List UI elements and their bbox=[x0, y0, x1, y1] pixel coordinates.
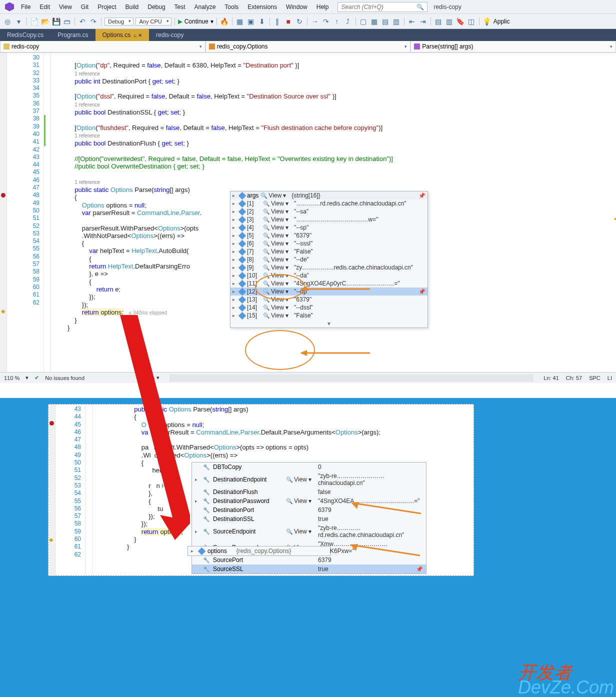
live-share-icon[interactable]: 💡 bbox=[482, 17, 492, 26]
datatip-row[interactable]: ▸[3]🔍View ▾"………………………………w=" bbox=[230, 216, 428, 224]
restart-icon[interactable]: ↻ bbox=[295, 17, 304, 26]
member-row[interactable]: ▸🔧DestinationPassword🔍View ▾"4SngXO4EA……… bbox=[192, 496, 426, 506]
view-button[interactable]: 🔍View ▾ bbox=[263, 264, 292, 271]
datatip-row[interactable]: ▸[10]🔍View ▾"--da" bbox=[230, 272, 428, 280]
menu-edit[interactable]: Edit bbox=[36, 2, 54, 12]
menu-help[interactable]: Help bbox=[312, 2, 333, 12]
continue-button[interactable]: ▶Continue ▾ bbox=[178, 18, 214, 25]
tb-icon-d[interactable]: ▥ bbox=[392, 17, 401, 26]
view-button[interactable]: 🔍View ▾ bbox=[263, 208, 292, 215]
member-row[interactable]: 🔧DestinationSSLtrue bbox=[192, 514, 426, 524]
close-icon[interactable]: ⌂ ✕ bbox=[134, 32, 142, 38]
view-button[interactable]: 🔍View ▾ bbox=[263, 240, 292, 247]
datatip-row[interactable]: ▸[1]🔍View ▾"…………rd.redis.cache.chinaclou… bbox=[230, 200, 428, 208]
view-button[interactable]: 🔍View ▾ bbox=[263, 224, 292, 231]
tab-options-cs[interactable]: Options.cs⌂ ✕ bbox=[96, 29, 150, 41]
view-button[interactable]: 🔍View ▾ bbox=[263, 304, 292, 311]
view-button[interactable]: 🔍View ▾ bbox=[286, 498, 315, 504]
undo-icon[interactable]: ↶ bbox=[78, 17, 87, 26]
h-scrollbar[interactable] bbox=[170, 374, 534, 382]
view-button[interactable]: 🔍View ▾ bbox=[263, 272, 292, 279]
fold-margin[interactable] bbox=[44, 53, 51, 383]
tab-redis-copy[interactable]: redis-copy bbox=[149, 29, 190, 41]
datatip-row[interactable]: ▸[14]🔍View ▾"--dssl" bbox=[230, 304, 428, 312]
breakpoint-margin[interactable]: ◆ bbox=[0, 53, 7, 383]
menu-project[interactable]: Project bbox=[94, 2, 120, 12]
member-row[interactable]: ▸🔧DestinationEndpoint🔍View ▾"zyb-re……………… bbox=[192, 472, 426, 488]
uncomment-icon[interactable]: ▥ bbox=[445, 17, 454, 26]
datatip-row[interactable]: ▸[11]🔍View ▾"4SngXO4EAp0yrC……………………=" bbox=[230, 280, 428, 288]
hot-reload-icon[interactable]: 🔥 bbox=[220, 17, 229, 26]
tb-icon-2[interactable]: ▣ bbox=[246, 17, 256, 26]
datatip-row[interactable]: ▸[13]🔍View ▾"6379" bbox=[230, 296, 428, 304]
view-button[interactable]: 🔍View ▾ bbox=[263, 280, 292, 287]
fwd-icon[interactable]: ▾ bbox=[14, 17, 23, 26]
member-row[interactable]: 🔧DestinationFlushfalse bbox=[192, 488, 426, 496]
view-button[interactable]: 🔍View ▾ bbox=[263, 200, 292, 207]
open-icon[interactable]: 📂 bbox=[40, 17, 50, 26]
menu-git[interactable]: Git bbox=[77, 2, 92, 12]
search-input[interactable] bbox=[341, 4, 416, 10]
datatip-row[interactable]: ▸[9]🔍View ▾"zy…………….redis.cache.chinaclo… bbox=[230, 264, 428, 272]
bookmark2-icon[interactable]: ◫ bbox=[467, 17, 476, 26]
bookmark-icon[interactable]: 🔖 bbox=[456, 17, 465, 26]
nav-project[interactable]: redis-copy bbox=[0, 41, 206, 52]
comment-icon[interactable]: ▤ bbox=[434, 17, 443, 26]
menu-test[interactable]: Test bbox=[170, 2, 190, 12]
tab-rediscopy-cs[interactable]: RedisCopy.cs bbox=[0, 29, 50, 41]
menu-file[interactable]: File bbox=[17, 2, 34, 12]
menu-analyze[interactable]: Analyze bbox=[190, 2, 220, 12]
datatip-row[interactable]: ▸[6]🔍View ▾"--sssl" bbox=[230, 240, 428, 248]
menu-tools[interactable]: Tools bbox=[220, 2, 242, 12]
stop-icon[interactable]: ■ bbox=[284, 17, 293, 26]
breakpoint-icon[interactable] bbox=[1, 193, 6, 198]
menu-debug[interactable]: Debug bbox=[144, 2, 169, 12]
tb-icon-1[interactable]: ▦ bbox=[236, 17, 244, 26]
menu-view[interactable]: View bbox=[55, 2, 76, 12]
member-row[interactable]: 🔧DestinationPort6379 bbox=[192, 506, 426, 514]
back-icon[interactable]: ◎ bbox=[3, 17, 12, 26]
menu-build[interactable]: Build bbox=[122, 2, 143, 12]
zoom-label[interactable]: 110 % bbox=[4, 375, 20, 381]
pin-icon[interactable]: 📌 bbox=[418, 192, 426, 199]
step-over-icon[interactable]: ↷ bbox=[322, 17, 330, 26]
member-row[interactable]: 🔧SourcePort6379 bbox=[192, 556, 426, 564]
menu-extensions[interactable]: Extensions bbox=[244, 2, 281, 12]
redo-icon[interactable]: ↷ bbox=[89, 17, 98, 26]
tab-program-cs[interactable]: Program.cs bbox=[50, 29, 95, 41]
tb-icon-3[interactable]: ⬇ bbox=[258, 17, 266, 26]
member-row[interactable]: ▸🔧SourceEndpoint🔍View ▾"zyb-re…………rd.red… bbox=[192, 524, 426, 540]
datatip-row[interactable]: ▸[2]🔍View ▾"--sa" bbox=[230, 208, 428, 216]
tb-icon-a[interactable]: ▢ bbox=[359, 17, 368, 26]
search-box[interactable]: 🔍 bbox=[338, 2, 428, 12]
tb-icon-b[interactable]: ▦ bbox=[370, 17, 379, 26]
indent-icon[interactable]: ⇥ bbox=[418, 17, 428, 26]
view-button[interactable]: 🔍View ▾ bbox=[286, 528, 315, 535]
view-button[interactable]: 🔍View ▾ bbox=[286, 476, 315, 483]
member-row[interactable]: 🔧DBToCopy0 bbox=[192, 462, 426, 472]
platform-dropdown[interactable]: Any CPU bbox=[136, 18, 171, 26]
step-out-icon[interactable]: ↑ bbox=[332, 17, 342, 26]
datatip-options[interactable]: ▸options {redis_copy.Options} bbox=[188, 546, 330, 556]
datatip-args[interactable]: ▸ args 🔍View ▾ {string[16]} 📌 ▸[1]🔍View … bbox=[230, 191, 428, 328]
view-button[interactable]: 🔍View ▾ bbox=[263, 288, 292, 295]
menu-window[interactable]: Window bbox=[282, 2, 312, 12]
nav-member[interactable]: Parse(string[] args) bbox=[410, 41, 616, 52]
datatip-row[interactable]: ▸[5]🔍View ▾"6379" bbox=[230, 232, 428, 240]
datatip-row[interactable]: ▸[15]🔍View ▾"False" bbox=[230, 312, 428, 320]
member-row[interactable]: 🔧SourceSSLtrue📌 bbox=[192, 564, 426, 574]
datatip-row[interactable]: ▸[7]🔍View ▾"False" bbox=[230, 248, 428, 256]
step-into-icon[interactable]: → bbox=[310, 17, 320, 26]
view-button[interactable]: 🔍View ▾ bbox=[263, 248, 292, 255]
view-button[interactable]: 🔍View ▾ bbox=[263, 296, 292, 303]
config-dropdown[interactable]: Debug bbox=[104, 18, 134, 26]
pin-icon[interactable]: 📌 bbox=[418, 288, 426, 295]
pin-icon[interactable]: 📌 bbox=[416, 566, 423, 572]
code-editor[interactable]: ◆ 30313233343536373839404142434445464748… bbox=[0, 53, 616, 383]
step-icon-4[interactable]: ⤴ bbox=[344, 17, 352, 26]
datatip-row[interactable]: ▸[12]🔍View ▾"--dp"📌 bbox=[230, 288, 428, 296]
pause-icon[interactable]: ‖ bbox=[273, 17, 282, 26]
outdent-icon[interactable]: ⇤ bbox=[408, 17, 416, 26]
view-button[interactable]: 🔍View ▾ bbox=[263, 232, 292, 239]
view-button[interactable]: 🔍View ▾ bbox=[263, 312, 292, 319]
